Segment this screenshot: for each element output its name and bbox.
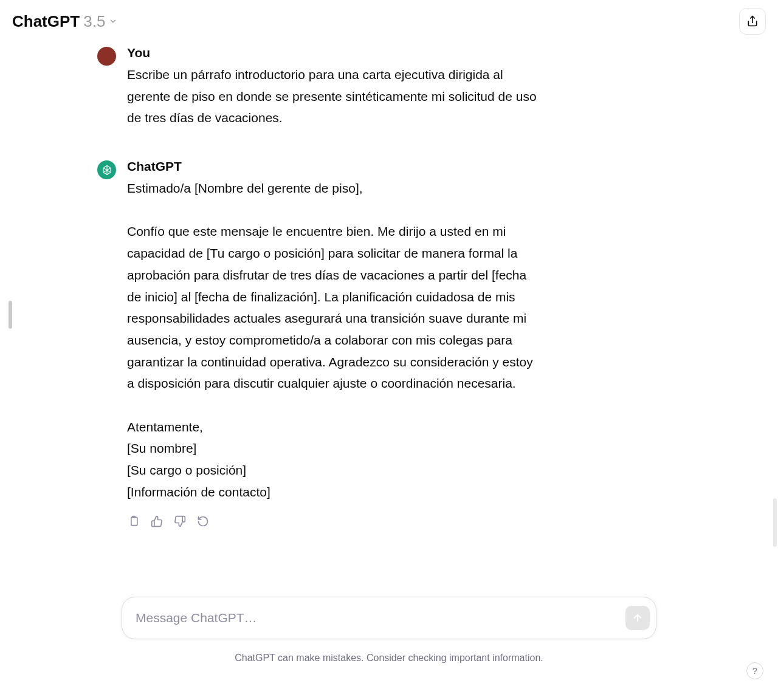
- thumbs-up-button[interactable]: [150, 515, 164, 528]
- assistant-message-text: Estimado/a [Nombre del gerente de piso],…: [127, 177, 540, 503]
- send-button[interactable]: [625, 606, 650, 630]
- assistant-author-label: ChatGPT: [127, 159, 540, 174]
- assistant-avatar: [97, 160, 116, 179]
- user-message-body: You Escribe un párrafo introductorio par…: [127, 46, 540, 129]
- regenerate-icon: [197, 515, 209, 527]
- user-message: You Escribe un párrafo introductorio par…: [97, 46, 681, 129]
- thumbs-up-icon: [151, 515, 163, 527]
- share-button[interactable]: [739, 8, 766, 35]
- disclaimer: ChatGPT can make mistakes. Consider chec…: [0, 653, 778, 664]
- assistant-message-body: ChatGPT Estimado/a [Nombre del gerente d…: [127, 159, 540, 528]
- input-box[interactable]: [122, 597, 656, 639]
- thumbs-down-button[interactable]: [173, 515, 187, 528]
- help-icon: ?: [752, 666, 757, 676]
- assistant-actions: [127, 515, 540, 528]
- model-switcher[interactable]: ChatGPT 3.5: [12, 12, 117, 31]
- conversation: You Escribe un párrafo introductorio par…: [0, 46, 778, 560]
- input-area: [122, 597, 656, 639]
- model-version: 3.5: [83, 12, 105, 31]
- model-name: ChatGPT: [12, 12, 80, 31]
- chevron-down-icon: [109, 17, 117, 26]
- thumbs-down-icon: [174, 515, 186, 527]
- regenerate-button[interactable]: [196, 515, 210, 528]
- header: ChatGPT 3.5: [0, 0, 778, 43]
- user-message-text: Escribe un párrafo introductorio para un…: [127, 64, 540, 129]
- copy-button[interactable]: [127, 515, 140, 528]
- openai-logo-icon: [102, 165, 112, 176]
- user-avatar: [97, 47, 116, 66]
- user-author-label: You: [127, 46, 540, 60]
- message-input[interactable]: [136, 611, 625, 625]
- clipboard-icon: [128, 515, 140, 527]
- assistant-message: ChatGPT Estimado/a [Nombre del gerente d…: [97, 159, 681, 528]
- svg-rect-1: [131, 518, 137, 526]
- share-icon: [746, 15, 759, 27]
- help-button[interactable]: ?: [746, 662, 763, 679]
- arrow-up-icon: [632, 612, 643, 623]
